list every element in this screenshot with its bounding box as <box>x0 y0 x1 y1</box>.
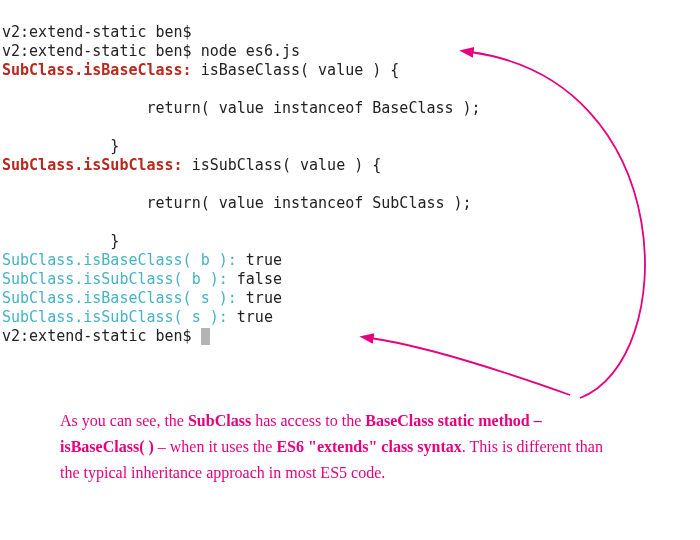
anno-bold: ES6 "extends" class syntax <box>276 438 461 455</box>
output-value: isBaseClass( value ) { <box>192 61 400 79</box>
code-line: return( value instanceof SubClass ); <box>2 194 472 212</box>
call-expr: SubClass.isSubClass( s ): <box>2 308 228 326</box>
annotation-text: As you can see, the SubClass has access … <box>60 408 610 486</box>
output-key: SubClass.isBaseClass: <box>2 61 192 79</box>
anno-part: has access to the <box>251 412 365 429</box>
call-result: false <box>228 270 282 288</box>
code-line: return( value instanceof BaseClass ); <box>2 99 481 117</box>
shell-prompt: v2:extend-static ben$ <box>2 327 201 345</box>
call-result: true <box>237 289 282 307</box>
terminal-output: v2:extend-static ben$ v2:extend-static b… <box>0 0 700 350</box>
call-expr: SubClass.isSubClass( b ): <box>2 270 228 288</box>
shell-prompt-command: v2:extend-static ben$ node es6.js <box>2 42 300 60</box>
output-key: SubClass.isSubClass: <box>2 156 183 174</box>
code-line: } <box>2 137 119 155</box>
code-line: } <box>2 232 119 250</box>
call-expr: SubClass.isBaseClass( b ): <box>2 251 237 269</box>
anno-part: As you can see, the <box>60 412 188 429</box>
shell-prompt: v2:extend-static ben$ <box>2 23 192 41</box>
anno-bold: SubClass <box>188 412 251 429</box>
call-result: true <box>228 308 273 326</box>
call-expr: SubClass.isBaseClass( s ): <box>2 289 237 307</box>
anno-part: – when it uses the <box>154 438 277 455</box>
call-result: true <box>237 251 282 269</box>
cursor-block <box>201 328 210 345</box>
output-value: isSubClass( value ) { <box>183 156 382 174</box>
